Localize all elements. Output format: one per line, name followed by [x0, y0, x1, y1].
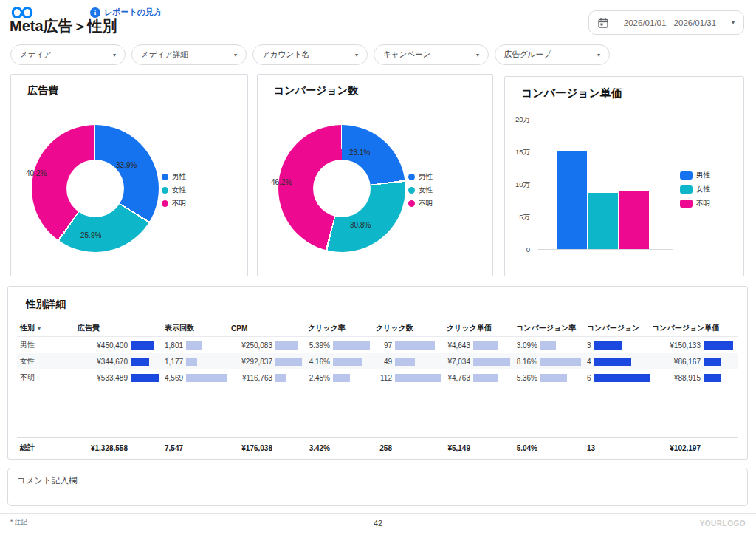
column-header[interactable]: 性別	[20, 323, 35, 333]
cell-bar	[333, 374, 350, 382]
cell-value: 97	[376, 341, 392, 350]
chevron-down-icon: ▾	[732, 19, 735, 26]
cell-bar-track	[395, 341, 441, 350]
cell-bar-track	[333, 444, 370, 452]
cell: 3.09%	[513, 341, 584, 350]
cell-bar	[594, 341, 622, 350]
cell-bar-track	[275, 444, 302, 452]
filter-media-detail[interactable]: メディア詳細 ▾	[131, 44, 247, 65]
total-value: ¥1,328,558	[78, 444, 128, 452]
bar-female[interactable]	[588, 193, 618, 249]
cell-value: 4.16%	[308, 358, 330, 366]
cell: ¥88,915	[649, 374, 736, 382]
legend-item-unknown: 不明	[162, 199, 186, 208]
cell-value: ¥4,763	[447, 374, 470, 382]
filter-media[interactable]: メディア ▾	[10, 44, 126, 65]
cell-bar	[704, 341, 733, 350]
sort-icon: ▾	[38, 325, 41, 332]
cell-value: 2.45%	[308, 374, 330, 382]
table-total-row: 総計¥1,328,5587,547¥176,0383.42%258¥5,1495…	[17, 437, 738, 457]
filter-label: アカウント名	[262, 50, 355, 60]
cell-value: 5.36%	[516, 374, 537, 382]
legend-dot-icon	[162, 174, 168, 180]
cell-bar	[395, 341, 435, 350]
filter-campaign[interactable]: キャンペーン ▾	[374, 44, 489, 65]
cell-bar-track	[333, 358, 370, 366]
page-number: 42	[0, 519, 756, 528]
legend-label: 女性	[419, 185, 433, 195]
total-value: ¥176,038	[231, 444, 272, 452]
slice-label-male: 33.9%	[116, 161, 137, 169]
legend-label: 男性	[172, 172, 186, 182]
date-range-value: 2026/01/01 - 2026/01/31	[616, 18, 724, 27]
column-header: コンバージョン	[587, 323, 639, 333]
chart-legend: 男性 女性 不明	[162, 172, 186, 208]
cell-value: ¥250,083	[231, 341, 272, 350]
cell-value: 4,569	[165, 374, 183, 382]
legend-label: 不明	[419, 199, 433, 208]
column-header: 広告費	[78, 323, 100, 333]
cell-label: CPM	[228, 324, 305, 333]
donut-hole	[313, 160, 371, 217]
cell-bar	[333, 341, 370, 350]
legend-item-unknown: 不明	[680, 199, 710, 208]
cell-bar	[131, 374, 159, 382]
cell-bar-track	[540, 444, 581, 452]
legend-dot-icon	[408, 187, 415, 194]
cell-bar	[540, 341, 556, 350]
column-header: CPM	[231, 324, 247, 333]
bar-unknown[interactable]	[619, 191, 649, 249]
slice-label-female: 25.9%	[80, 231, 101, 239]
cell-bar	[186, 358, 197, 366]
cell-bar-track	[540, 374, 581, 382]
cell-label: 広告費	[75, 323, 162, 333]
total-value: 3.42%	[308, 444, 330, 452]
legend-item-male: 男性	[162, 172, 186, 182]
column-header: コンバージョン単価	[652, 323, 719, 333]
slice-label-unknown: 40.2%	[26, 169, 47, 177]
cell-bar-track	[186, 341, 227, 350]
bar-male[interactable]	[557, 151, 587, 249]
filter-account-name[interactable]: アカウント名 ▾	[252, 44, 368, 65]
chevron-down-icon: ▾	[476, 52, 479, 58]
cell: 8.16%	[513, 358, 584, 366]
filter-ad-group[interactable]: 広告グループ ▾	[495, 44, 610, 65]
total-value: 7,547	[165, 444, 183, 452]
cell: ¥533,489	[75, 374, 162, 382]
cell-value: 1,801	[165, 341, 183, 350]
column-header: クリック数	[376, 323, 413, 333]
chart-legend: 男性 女性 不明	[408, 172, 433, 208]
cell-value: 6	[587, 374, 591, 382]
chart-title: コンバージョン数	[274, 84, 358, 98]
cell-bar	[704, 358, 721, 366]
chevron-down-icon: ▾	[234, 52, 237, 58]
cell-label: クリック率	[305, 323, 373, 333]
table-header-row: 性別▾広告費表示回数CPMクリック率クリック数クリック単価コンバージョン率コンバ…	[17, 320, 738, 337]
table-row: 女性¥344,6701,177¥292,8374.16%49¥7,0348.16…	[17, 353, 738, 369]
legend-label: 女性	[696, 185, 710, 194]
comment-input[interactable]: コメント記入欄	[7, 468, 748, 506]
chart-title: 広告費	[27, 84, 58, 98]
cell-bar-track	[131, 341, 159, 350]
column-header: 表示回数	[165, 323, 194, 333]
cell: 5.04%	[513, 444, 584, 452]
cell: ¥4,643	[444, 341, 513, 350]
table-body: 男性¥450,4001,801¥250,0835.39%97¥4,6433.09…	[17, 337, 738, 386]
date-range-picker[interactable]: 2026/01/01 - 2026/01/31 ▾	[588, 10, 744, 35]
cell-bar-track	[704, 358, 733, 366]
conversions-donut-chart[interactable]	[278, 125, 405, 252]
cell-bar-track	[473, 444, 510, 452]
column-header: クリック率	[308, 323, 346, 333]
cell-value: ¥150,133	[652, 341, 701, 350]
y-tick: 20万	[505, 115, 530, 125]
cell: 258	[373, 444, 444, 452]
cell: 4	[584, 358, 649, 366]
cell-bar-track	[473, 358, 510, 366]
chevron-down-icon: ▾	[597, 52, 600, 58]
cell-bar	[395, 358, 415, 366]
cell: 5.39%	[305, 341, 373, 350]
cell-bar-track	[186, 444, 227, 452]
cell: 49	[373, 358, 444, 366]
y-tick: 5万	[505, 213, 530, 222]
filter-label: メディア詳細	[141, 50, 234, 60]
